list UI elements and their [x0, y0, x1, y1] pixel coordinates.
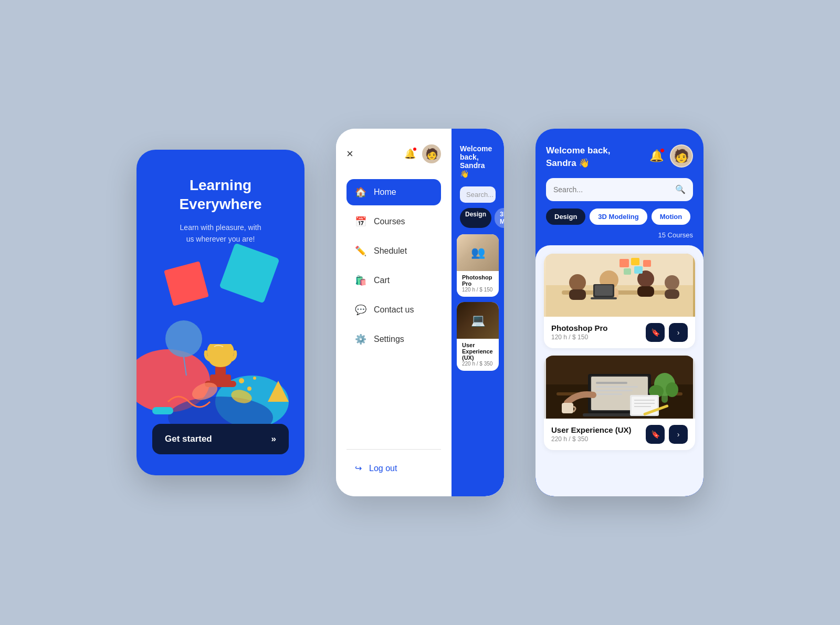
user-avatar-small[interactable]: 🧑 — [422, 144, 441, 163]
tab-motion[interactable]: Motion — [652, 209, 691, 225]
main-navigation: 🏠 Home 📅 Courses ✏️ Shedulet 🛍️ Cart 💬 — [346, 179, 441, 443]
screen-splash: Learning Everywhere Learn with pleasure,… — [136, 150, 304, 475]
course-card-ux: User Experience (UX) 220 h / $ 350 🔖 › — [544, 356, 695, 450]
main-user-avatar[interactable]: 🧑 — [670, 144, 693, 168]
course-card-body-photoshop: Photoshop Pro 120 h / $ 150 🔖 › — [544, 317, 695, 348]
peek-tab-design[interactable]: Design — [460, 208, 491, 228]
menu-divider — [346, 449, 441, 450]
peek-courses-list: 👥 Photoshop Pro 120 h / $ 150 💻 User Exp… — [452, 234, 504, 371]
svg-rect-15 — [152, 407, 173, 414]
svg-rect-30 — [631, 258, 639, 265]
main-tabs: Design 3D Modeling Motion — [536, 209, 704, 231]
tab-design[interactable]: Design — [546, 209, 585, 225]
svg-rect-8 — [210, 374, 231, 382]
nav-item-cart[interactable]: 🛍️ Cart — [346, 267, 441, 294]
nav-contact-label: Contact us — [374, 305, 414, 315]
peek-course-title-1: Photoshop Pro — [462, 274, 494, 287]
tab-3d-modeling[interactable]: 3D Modeling — [590, 209, 647, 225]
svg-rect-3 — [219, 243, 279, 303]
welcome-line2: Sandra 👋 — [546, 158, 590, 168]
main-header: Welcome back, Sandra 👋 🔔 🧑 — [536, 129, 704, 178]
nav-cart-label: Cart — [374, 276, 390, 285]
peek-search: Search... — [460, 186, 496, 203]
main-notification-dot — [660, 148, 665, 153]
settings-icon: ⚙️ — [355, 334, 366, 345]
bell-container: 🔔 — [649, 149, 664, 163]
contact-icon: 💬 — [355, 304, 366, 316]
svg-point-11 — [239, 378, 244, 383]
go-button-ux[interactable]: › — [669, 425, 688, 444]
main-content: Photoshop Pro 120 h / $ 150 🔖 › — [536, 245, 704, 496]
svg-rect-22 — [569, 289, 586, 300]
peek-course-card-2: 💻 User Experience (UX) 220 h / $ 350 — [457, 302, 499, 371]
svg-rect-35 — [595, 285, 613, 296]
logout-button[interactable]: ↪ Log out — [346, 456, 441, 481]
logout-icon: ↪ — [355, 463, 362, 473]
svg-rect-47 — [596, 393, 622, 395]
go-button-photoshop[interactable]: › — [669, 323, 688, 342]
course-title-ux: User Experience (UX) — [551, 425, 632, 434]
peek-course-title-2: User Experience (UX) — [462, 342, 494, 361]
svg-rect-28 — [665, 289, 679, 299]
svg-rect-52 — [562, 403, 573, 413]
welcome-line1: Welcome back, — [546, 145, 611, 155]
nav-item-shedulet[interactable]: ✏️ Shedulet — [346, 238, 441, 264]
svg-point-13 — [253, 377, 256, 380]
svg-rect-45 — [596, 386, 638, 388]
notification-dot — [413, 147, 417, 151]
menu-panel: × 🔔 🧑 🏠 Home 📅 Courses — [336, 129, 452, 496]
nav-settings-label: Settings — [374, 335, 404, 344]
get-started-arrows: » — [271, 434, 276, 444]
svg-point-12 — [247, 387, 251, 391]
svg-point-51 — [666, 382, 678, 397]
course-card-photoshop: Photoshop Pro 120 h / $ 150 🔖 › — [544, 254, 695, 348]
nav-item-courses[interactable]: 📅 Courses — [346, 209, 441, 235]
course-card-body-ux: User Experience (UX) 220 h / $ 350 🔖 › — [544, 419, 695, 450]
peek-course-info-1: Photoshop Pro 120 h / $ 150 — [457, 271, 499, 297]
splash-subtitle: Learn with pleasure, withus wherever you… — [180, 222, 261, 245]
peek-course-meta-1: 120 h / $ 150 — [462, 287, 494, 293]
svg-rect-31 — [624, 268, 631, 275]
svg-rect-44 — [596, 382, 627, 384]
courses-icon: 📅 — [355, 216, 366, 227]
peek-tab-3d[interactable]: 3D M — [495, 208, 504, 228]
svg-rect-32 — [634, 266, 643, 274]
course-meta-photoshop: 120 h / $ 150 — [551, 334, 608, 341]
svg-rect-4 — [164, 261, 209, 306]
peek-welcome: Welcome back,Sandra 👋 — [452, 129, 504, 186]
search-icon: 🔍 — [675, 184, 686, 194]
svg-rect-36 — [591, 297, 617, 299]
bell-icon[interactable]: 🔔 — [404, 148, 416, 160]
nav-courses-label: Courses — [374, 217, 405, 226]
nav-item-contact[interactable]: 💬 Contact us — [346, 297, 441, 323]
course-img-ux — [544, 356, 695, 419]
nav-item-home[interactable]: 🏠 Home — [346, 179, 441, 205]
screens-container: Learning Everywhere Learn with pleasure,… — [105, 97, 735, 528]
close-icon[interactable]: × — [346, 147, 353, 161]
bookmark-button-photoshop[interactable]: 🔖 — [646, 323, 665, 342]
svg-point-21 — [569, 274, 586, 291]
shedulet-icon: ✏️ — [355, 245, 366, 257]
peek-panel: Welcome back,Sandra 👋 Search... Design 3… — [452, 129, 504, 496]
peek-course-img-2: 💻 — [457, 302, 499, 339]
logout-label: Log out — [369, 464, 397, 473]
splash-title: Learning Everywhere — [152, 176, 289, 214]
course-card-actions-ux: 🔖 › — [646, 425, 688, 444]
main-header-right: 🔔 🧑 — [649, 144, 693, 168]
course-img-photoshop — [544, 254, 695, 317]
main-search-bar[interactable]: 🔍 — [546, 178, 693, 201]
nav-shedulet-label: Shedulet — [374, 246, 407, 256]
peek-course-info-2: User Experience (UX) 220 h / $ 350 — [457, 339, 499, 371]
screen-main: Welcome back, Sandra 👋 🔔 🧑 🔍 Design 3D M… — [536, 129, 704, 496]
svg-point-5 — [165, 320, 202, 357]
nav-item-settings[interactable]: ⚙️ Settings — [346, 326, 441, 352]
splash-illustration — [136, 234, 304, 433]
main-search-input[interactable] — [553, 185, 670, 194]
screen-menu: × 🔔 🧑 🏠 Home 📅 Courses — [336, 129, 504, 496]
peek-course-card-1: 👥 Photoshop Pro 120 h / $ 150 — [457, 234, 499, 297]
course-card-info-photoshop: Photoshop Pro 120 h / $ 150 — [551, 324, 608, 341]
course-meta-ux: 220 h / $ 350 — [551, 435, 632, 443]
get-started-button[interactable]: Get started » — [152, 424, 289, 454]
svg-rect-26 — [637, 286, 654, 297]
bookmark-button-ux[interactable]: 🔖 — [646, 425, 665, 444]
